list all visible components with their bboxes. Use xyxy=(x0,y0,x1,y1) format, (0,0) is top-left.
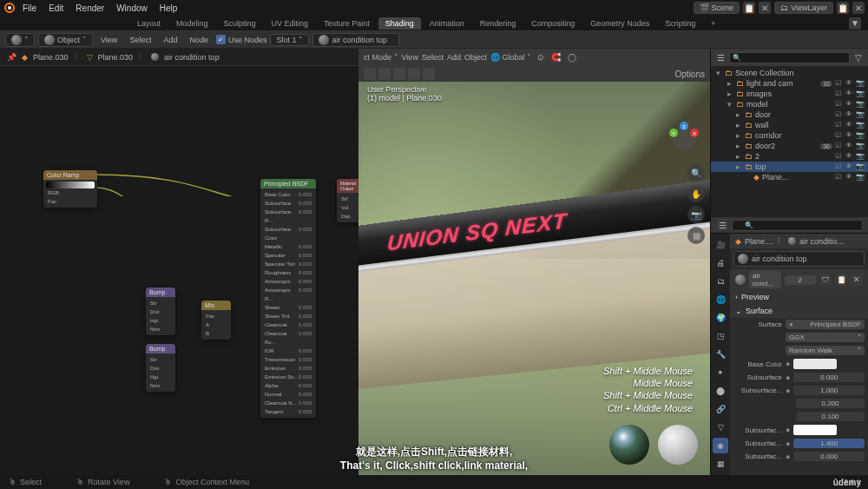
camera-icon[interactable]: 📷 xyxy=(687,206,705,223)
surface-section[interactable]: ⌄ Surface xyxy=(730,304,868,318)
tab-render-icon[interactable]: 🎥 xyxy=(713,237,728,253)
sss-aniso-field[interactable]: 0.000 xyxy=(793,452,865,461)
bc-material[interactable]: air condition top xyxy=(164,53,220,62)
bc-mesh[interactable]: Plane.030 xyxy=(98,53,134,62)
tree-row[interactable]: ◆Plane...☑👁📷 xyxy=(711,172,868,182)
tab-constraints-icon[interactable]: 🔗 xyxy=(713,401,728,417)
tab-shading[interactable]: Shading xyxy=(378,17,421,30)
outliner-search-input[interactable] xyxy=(729,52,850,63)
tab-sculpting[interactable]: Sculpting xyxy=(217,17,263,30)
tree-row[interactable]: ▸🗀images☑👁📷 xyxy=(711,89,868,99)
use-nodes-toggle[interactable]: ✓Use Nodes xyxy=(216,35,267,44)
tab-material-icon[interactable]: ◉ xyxy=(713,438,728,453)
move-icon[interactable]: ✋ xyxy=(687,185,705,202)
sss-color-swatch[interactable] xyxy=(793,425,837,435)
orientation-selector[interactable]: 🌐 Global ˅ xyxy=(490,53,531,62)
search-input[interactable] xyxy=(732,220,863,231)
tab-world-icon[interactable]: 🌍 xyxy=(713,310,728,326)
sss-method-field[interactable]: Random Walk ˅ xyxy=(786,346,865,355)
distribution-field[interactable]: GGX ˅ xyxy=(786,333,865,342)
node-node-menu[interactable]: Node xyxy=(185,35,213,45)
sss-ior-field[interactable]: 1.400 xyxy=(793,439,865,448)
material-selector[interactable]: air condition top xyxy=(312,33,399,47)
delete-viewlayer-icon[interactable]: ✕ xyxy=(852,2,865,14)
editor-icon[interactable]: ☰ xyxy=(716,219,728,231)
node-color-ramp[interactable]: Color Ramp RGB Fac xyxy=(43,170,97,208)
tab-physics-icon[interactable]: ⬤ xyxy=(713,383,728,399)
tab-animation[interactable]: Animation xyxy=(423,17,471,30)
vp-add-menu[interactable]: Add xyxy=(447,53,461,62)
fake-user-icon[interactable]: 🛡 xyxy=(819,274,832,286)
grey-ball[interactable] xyxy=(658,425,698,465)
material-slot[interactable]: air condition top xyxy=(733,251,865,267)
node-mix[interactable]: Mix FacAB xyxy=(201,301,231,340)
base-color-swatch[interactable] xyxy=(793,359,837,369)
options-dropdown[interactable]: Options xyxy=(675,69,705,79)
sss-r3-field[interactable]: 0.100 xyxy=(796,412,865,421)
tab-uv[interactable]: UV Editing xyxy=(265,17,316,30)
nav-gizmo[interactable]: XZY xyxy=(667,121,701,155)
vp-select-menu[interactable]: Select xyxy=(422,53,444,62)
filter-icon[interactable]: ▼ xyxy=(849,17,861,30)
new-scene-icon[interactable]: 📋 xyxy=(743,2,755,14)
menu-file[interactable]: File xyxy=(17,3,42,13)
menu-render[interactable]: Render xyxy=(70,3,109,13)
node-material-output[interactable]: Material Output SrfVolDsp xyxy=(337,179,358,222)
props-bc-obj[interactable]: Plane.... xyxy=(745,237,773,246)
blender-logo-icon[interactable] xyxy=(3,2,16,14)
tool-icon[interactable] xyxy=(393,68,405,80)
tool-icon[interactable] xyxy=(378,68,391,80)
hdri-ball[interactable] xyxy=(609,425,649,465)
tree-row[interactable]: ▸🗀door236☑👁📷 xyxy=(711,141,868,151)
node-bump-2[interactable]: Bump StrDistHgtNrm xyxy=(146,344,175,392)
bc-pin-icon[interactable]: 📌 xyxy=(7,53,16,62)
tab-particles-icon[interactable]: ✦ xyxy=(713,365,728,380)
material-users[interactable]: 2 xyxy=(785,275,817,285)
tree-row[interactable]: ▾🗀model☑👁📷 xyxy=(711,99,868,109)
outliner-type-icon[interactable]: ☰ xyxy=(714,51,727,63)
snap-icon[interactable]: 🧲 xyxy=(550,51,562,63)
tree-row[interactable]: ▸🗀top☑👁📷 xyxy=(711,162,868,172)
tab-compositing[interactable]: Compositing xyxy=(524,17,582,30)
tab-layout[interactable]: Layout xyxy=(130,17,168,30)
delete-scene-icon[interactable]: ✕ xyxy=(759,2,771,14)
menu-edit[interactable]: Edit xyxy=(43,3,69,13)
viewport-canvas[interactable]: UNION SQ NEXT XZY 🔍 ✋ 📷 ▦ Shift + Middle… xyxy=(358,82,710,475)
editor-type-selector[interactable]: ˅ xyxy=(5,33,35,47)
vp-object-menu[interactable]: Object xyxy=(464,53,487,62)
slot-selector[interactable]: Slot 1 ˅ xyxy=(270,34,309,46)
node-view-menu[interactable]: View xyxy=(96,35,122,45)
tool-icon[interactable] xyxy=(408,68,420,80)
node-add-menu[interactable]: Add xyxy=(159,35,181,45)
tab-geonodes[interactable]: Geometry Nodes xyxy=(583,17,656,30)
pivot-icon[interactable]: ⊙ xyxy=(535,51,547,63)
tree-row[interactable]: ▸🗀light and cam10☑👁📷 xyxy=(711,78,868,89)
tab-scene-icon[interactable]: 🌐 xyxy=(713,292,728,307)
vp-mode-selector[interactable]: ct Mode ˅ xyxy=(364,53,398,62)
perspective-icon[interactable]: ▦ xyxy=(687,227,705,244)
subsurface-field[interactable]: 0.000 xyxy=(793,373,865,382)
tree-row[interactable]: ▸🗀2☑👁📷 xyxy=(711,151,868,162)
node-editor[interactable]: 📌 ◆ Plane.030 〉 ▽ Plane.030 〉 air condit… xyxy=(0,49,358,475)
tab-viewlayer-icon[interactable]: 🗂 xyxy=(713,274,728,289)
proportional-icon[interactable]: ◯ xyxy=(566,51,578,63)
unlink-icon[interactable]: ✕ xyxy=(851,274,863,286)
new-material-icon[interactable]: 📋 xyxy=(835,274,847,286)
sss-r2-field[interactable]: 0.200 xyxy=(796,399,865,408)
tab-texture-icon[interactable]: ▦ xyxy=(713,456,728,472)
props-bc-mat[interactable]: air conditio... xyxy=(799,237,844,246)
tree-row[interactable]: ▸🗀wall☑👁📷 xyxy=(711,120,868,130)
node-bump-1[interactable]: Bump StrDistHgtNrm xyxy=(146,287,175,335)
tool-icon[interactable] xyxy=(364,68,376,80)
node-principled-bsdf[interactable]: Principled BSDF Base Color0.000Subsurfac… xyxy=(260,179,316,418)
vp-view-menu[interactable]: View xyxy=(402,53,418,62)
zoom-icon[interactable]: 🔍 xyxy=(687,164,705,182)
tree-row-scene-collection[interactable]: ▾🗀Scene Collection xyxy=(711,68,868,78)
bc-object[interactable]: Plane.030 xyxy=(33,53,69,62)
scene-selector[interactable]: 🎬 Scene xyxy=(694,2,740,14)
preview-section[interactable]: › Preview xyxy=(730,290,868,304)
node-select-menu[interactable]: Select xyxy=(125,35,155,45)
new-viewlayer-icon[interactable]: 📋 xyxy=(837,2,849,14)
node-canvas[interactable]: Color Ramp RGB Fac Bump StrDistHgtNrm Bu… xyxy=(0,66,358,475)
shader-type-selector[interactable]: Object ˅ xyxy=(38,33,93,47)
